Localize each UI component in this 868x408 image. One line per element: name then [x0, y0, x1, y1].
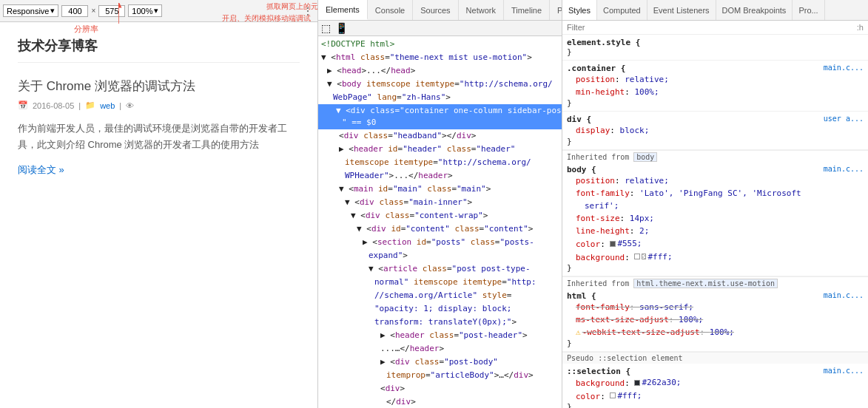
tree-line: WPHeader">...</header> [318, 169, 562, 183]
zoom-dropdown-icon: ▾ [154, 6, 158, 16]
tree-line: expand"> [318, 249, 562, 262]
tab-console[interactable]: Console [368, 0, 413, 20]
style-close: } [567, 47, 864, 57]
styles-panel: Styles Computed Event Listeners DOM Brea… [562, 0, 868, 408]
html-tree[interactable]: <!DOCTYPE html> ▼ <html class="theme-nex… [318, 36, 562, 408]
style-source[interactable]: main.c... [824, 165, 864, 173]
tree-line: ▶ <header class="post-header"> [318, 329, 562, 342]
style-block-body: main.c... body { position: relative; fon… [562, 162, 868, 276]
filter-options: :h [857, 23, 864, 32]
style-rule: color: #fff; [567, 390, 864, 403]
viewport-toolbar: Responsive ▾ × 100% ▾ ⋮ [0, 0, 317, 22]
site-title: 技术分享博客 [18, 37, 300, 63]
alpha-swatch [642, 254, 646, 259]
style-block-div: user a... div { display: block; } [562, 112, 868, 150]
dropdown-arrow-icon: ▾ [50, 6, 55, 16]
tab-sources[interactable]: Sources [413, 0, 458, 20]
zoom-label: 100% [132, 7, 152, 16]
tab-profiles[interactable]: Profiles [550, 0, 562, 20]
meta-category: web [100, 101, 115, 110]
tree-line: ▼ <main id="main" class="main"> [318, 183, 562, 196]
tree-line: ...…</header> [318, 342, 562, 356]
styles-tab-event-listeners[interactable]: Event Listeners [647, 0, 716, 20]
tab-timeline[interactable]: Timeline [504, 0, 550, 20]
style-close: } [567, 402, 864, 408]
main-wrapper: Responsive ▾ × 100% ▾ ⋮ [0, 0, 868, 408]
tab-network[interactable]: Network [459, 0, 504, 20]
tree-line: <div> [318, 382, 562, 395]
dimension-separator: × [91, 7, 95, 15]
responsive-label: Responsive [7, 7, 49, 16]
style-rule: position: relative; [567, 174, 864, 187]
inherited-tag-html: html.theme-next.mist.use-motion [633, 279, 778, 288]
style-rule: font-family: sans-serif; [567, 301, 864, 313]
style-selector: html { [567, 291, 596, 301]
styles-tabs: Styles Computed Event Listeners DOM Brea… [562, 0, 868, 21]
toolbar-icons: ⋮ [301, 4, 314, 18]
tree-line-selected[interactable]: ▼ <div class="container one-column sideb… [318, 104, 562, 129]
tree-line: <div class="headband"></div> [318, 129, 562, 143]
styles-tab-styles[interactable]: Styles [562, 0, 597, 20]
style-rule: display: block; [567, 124, 864, 137]
devtools-side-toolbar: ⬚ 📱 [318, 21, 562, 36]
tree-line: ▼ <div id="content" class="content"> [318, 222, 562, 236]
filter-input[interactable] [567, 23, 857, 32]
style-close: } [567, 263, 864, 273]
tree-line: ▶ <header id="header" class="header" [318, 143, 562, 156]
color-swatch-262a30 [634, 380, 640, 386]
style-rule: ms-text-size-adjust: 100%; [567, 313, 864, 326]
style-rule: ⚠-webkit-text-size-adjust: 100%; [567, 326, 864, 339]
tree-line: "opacity: 1; display: block; [318, 302, 562, 316]
article-meta: 📅 2016-08-05 | 📁 web | 👁 [18, 101, 300, 110]
toolbar-controls: Responsive ▾ × 100% ▾ [3, 4, 162, 17]
webpage-panel: Responsive ▾ × 100% ▾ ⋮ [0, 0, 318, 408]
tree-line: normal" itemscope itemtype="http: [318, 276, 562, 289]
warning-icon: ⚠ [576, 327, 581, 337]
tree-line: ▼ <div class="content-wrap"> [318, 209, 562, 222]
inherited-label-body: Inherited from body [562, 150, 868, 162]
responsive-select[interactable]: Responsive ▾ [3, 4, 58, 17]
style-close: } [567, 98, 864, 108]
tab-elements[interactable]: Elements [318, 0, 368, 20]
tree-line: ▼ <html class="theme-next mist use-motio… [318, 51, 562, 64]
tree-line: transform: translateY(0px);"> [318, 316, 562, 329]
tree-line: ▼ <div class="main-inner"> [318, 196, 562, 209]
styles-tab-dom-breakpoints[interactable]: DOM Breakpoints [716, 0, 793, 20]
style-rule: min-height: 100%; [567, 86, 864, 98]
color-swatch-555 [610, 241, 616, 247]
tree-line: <!DOCTYPE html> [318, 38, 562, 51]
style-rule: font-size: 14px; [567, 212, 864, 225]
inherited-tag: body [633, 152, 657, 162]
zoom-select[interactable]: 100% ▾ [128, 4, 162, 17]
tree-line: ▶ <div class="post-body" [318, 356, 562, 369]
tree-line: ▼ <body itemscope itemtype="http://schem… [318, 78, 562, 91]
height-input[interactable] [98, 5, 125, 17]
more-options-icon[interactable]: ⋮ [301, 4, 314, 18]
styles-tab-computed[interactable]: Computed [597, 0, 647, 20]
style-selector: body { [567, 165, 596, 174]
style-selector: ::selection { [567, 367, 630, 376]
meta-date: 2016-08-05 [33, 101, 74, 110]
style-source[interactable]: main.c... [824, 64, 864, 72]
pseudo-label: Pseudo ::selection element [562, 352, 868, 364]
style-close: } [567, 339, 864, 348]
tree-line: ▼ <article class="post post-type- [318, 262, 562, 276]
style-rule: serif'; [567, 200, 864, 212]
style-source[interactable]: user a... [824, 115, 864, 123]
width-input[interactable] [61, 5, 88, 17]
color-swatch-fff [634, 254, 640, 259]
style-block-selection: main.c... ::selection { background: #262… [562, 364, 868, 408]
article-excerpt: 作为前端开发人员，最佳的调试环境便是浏览器自带的开发者工具，此文则介绍 Chro… [18, 120, 300, 153]
style-source[interactable]: main.c... [824, 367, 864, 375]
read-more-link[interactable]: 阅读全文 » [18, 164, 64, 175]
device-mode-icon[interactable]: 📱 [335, 22, 348, 34]
tree-line: ▶ <head>...</head> [318, 64, 562, 78]
style-rule: background: #262a30; [567, 376, 864, 390]
style-source[interactable]: main.c... [824, 291, 864, 299]
pick-element-icon[interactable]: ⬚ [321, 22, 331, 34]
style-close: } [567, 137, 864, 146]
styles-tab-pro[interactable]: Pro... [793, 0, 824, 20]
color-swatch-fff2 [610, 392, 616, 398]
styles-content[interactable]: element.style { } main.c... .container {… [562, 35, 868, 408]
eye-icon: 👁 [126, 101, 134, 110]
